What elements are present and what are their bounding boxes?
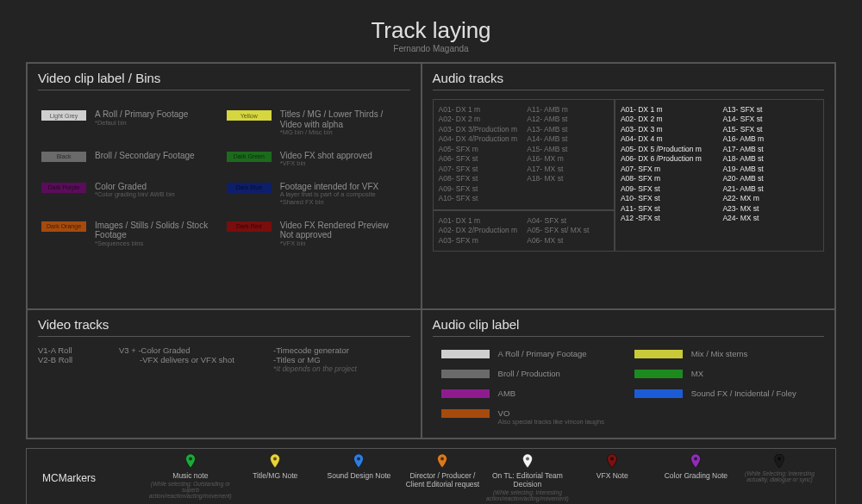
panel-title: Video clip label / Bins [38, 71, 410, 90]
audio-tracks-subpanel-c: A01- DX 1 mA02- DX 2 mA03- DX 3 mA04- DX… [615, 99, 824, 252]
audio-track-entry: A04- DX 4 m [621, 134, 716, 144]
marker-label: Director / Producer / Client Editorial r… [403, 471, 483, 488]
svg-point-0 [189, 457, 192, 461]
color-swatch: Yellow [227, 110, 272, 121]
color-swatch [441, 389, 490, 398]
marker-item: Music note(While selecting: Outstanding … [149, 454, 232, 502]
marker-label: Color Grading Note [665, 471, 728, 480]
map-pin-icon [690, 454, 701, 470]
audio-track-entry: A07- SFX m [621, 165, 716, 174]
video-clip-note: *VFX bin [280, 160, 372, 168]
video-clip-note: A layer that is part of a composite*Shar… [280, 191, 379, 206]
audio-track-entry: A19- AMB st [722, 165, 818, 174]
mcmarkers-title: MCMarkers [42, 472, 137, 484]
video-clip-text: Broll / Secondary Footage [95, 151, 195, 161]
audio-track-entry: A02- DX 2 m [439, 115, 521, 124]
marker-item: On TL: Editorial Team Decision(While sel… [486, 454, 569, 502]
color-swatch [441, 409, 490, 418]
panel-title: Video tracks [38, 317, 410, 337]
color-swatch: Dark Blue [227, 183, 272, 193]
audio-track-entry: A05- SFX m [439, 145, 521, 154]
audio-track-entry: A22- MX m [722, 194, 818, 203]
audio-track-entry: A16- MX m [527, 154, 609, 164]
audio-track-entry: A15- SFX st [722, 125, 818, 134]
color-swatch: Dark Red [227, 221, 272, 232]
video-clip-text: Images / Stills / Solids / Stock Footage… [95, 221, 222, 248]
color-swatch: Dark Purple [41, 183, 86, 193]
svg-point-6 [694, 457, 697, 461]
video-clip-label: Video FX Rendered PreviewNot approved [280, 221, 389, 240]
audio-track-entry: A15- AMB st [527, 145, 609, 154]
color-swatch [634, 350, 683, 358]
audio-track-entry: A17- AMB st [722, 145, 818, 154]
audio-clip-item: Sound FX / Incidental / Foley [634, 389, 815, 398]
color-swatch [634, 370, 683, 378]
video-clip-note: *Color grading bin/ AWB bin [95, 191, 175, 199]
audio-clip-item: VOAlso special tracks like vincon laughs [441, 408, 622, 426]
svg-point-7 [778, 457, 781, 461]
audio-tracks-subpanel-a: A01- DX 1 mA02- DX 2 mA03- DX 3/Producti… [433, 99, 615, 210]
marker-label: Music note [172, 471, 208, 480]
audio-track-entry: A11- AMB m [527, 105, 609, 115]
marker-label: Title/MG Note [253, 471, 297, 480]
audio-clip-grid: A Roll / Primary FootageMix / Mix stemsB… [433, 345, 824, 429]
panel-audio-tracks: Audio tracks A01- DX 1 mA02- DX 2 mA03- … [422, 63, 835, 309]
video-clip-label: A Roll / Primary Footage [95, 109, 188, 120]
audio-track-entry: A10- SFX st [439, 194, 521, 203]
audio-clip-label: VO [498, 408, 604, 418]
map-pin-icon [774, 454, 784, 470]
svg-point-3 [440, 457, 444, 461]
marker-item: Title/MG Note [235, 454, 315, 502]
color-swatch: Dark Orange [41, 221, 86, 232]
map-pin-icon [437, 454, 447, 470]
video-clip-text: Titles / MG / Lower Thirds / Video with … [280, 109, 407, 137]
audio-clip-item: MX [634, 369, 815, 378]
video-clip-note: *Sequences bins [95, 240, 222, 248]
video-clip-item: Dark BlueFootage intended for VFXA layer… [227, 182, 407, 207]
audio-clip-label: Mix / Mix stems [691, 349, 747, 358]
audio-track-entry: A24- MX st [722, 214, 818, 223]
svg-point-2 [357, 457, 360, 461]
page-title: Track laying [26, 17, 836, 44]
video-clip-label: Titles / MG / Lower Thirds / Video with … [280, 109, 407, 129]
audio-track-entry: A03- DX 3 m [621, 125, 716, 134]
audio-track-entry: A09- SFX st [439, 184, 521, 194]
audio-track-entry: A05- DX 5 /Production m [621, 145, 716, 154]
audio-track-entry: A07- SFX st [439, 165, 521, 174]
audio-track-entry: A21- AMB st [722, 184, 818, 194]
video-clip-text: Video FX shot approved*VFX bin [280, 151, 372, 168]
video-clip-label: Images / Stills / Solids / Stock Footage [95, 221, 222, 240]
audio-track-entry: A23- MX st [722, 204, 818, 214]
audio-tracks-subpanel-b: A01- DX 1 mA02- DX 2/Production mA03- SF… [433, 210, 615, 252]
video-clip-grid: Light GreyA Roll / Primary Footage*Defau… [38, 99, 410, 251]
video-clip-text: Color Graded*Color grading bin/ AWB bin [95, 182, 175, 199]
video-clip-item: BlackBroll / Secondary Footage [41, 151, 222, 168]
audio-clip-note: Also special tracks like vincon laughs [498, 418, 604, 426]
audio-track-entry: A18- MX st [527, 174, 609, 184]
audio-track-entry: A18- AMB st [722, 154, 818, 164]
marker-label: On TL: Editorial Team Decision [486, 471, 569, 488]
panel-video-clip-label: Video clip label / Bins Light GreyA Roll… [27, 63, 422, 309]
color-swatch: Light Grey [41, 110, 86, 121]
audio-track-entry: A08- SFX m [621, 174, 716, 184]
color-swatch [441, 370, 490, 378]
audio-track-entry: A14- AMB st [527, 134, 609, 144]
audio-clip-label: Broll / Production [498, 369, 560, 378]
audio-track-entry: A13- SFX st [722, 105, 818, 115]
audio-track-entry: A11- SFX st [621, 204, 716, 214]
audio-track-entry: A06- SFX st [439, 154, 521, 164]
audio-clip-item: Broll / Production [441, 369, 622, 378]
audio-track-entry: A10- SFX st [621, 194, 716, 203]
page-root: Track laying Fernando Maganda Video clip… [0, 0, 862, 504]
map-pin-icon [270, 454, 280, 470]
marker-note: (While selecting: Outstanding or superb … [149, 482, 232, 499]
audio-track-entry: A13- AMB st [527, 125, 609, 134]
audio-tracks-box: A01- DX 1 mA02- DX 2 mA03- DX 3/Producti… [433, 99, 824, 252]
video-clip-note: *MG bin / Misc bin [280, 129, 407, 137]
marker-item: (While Selecting: Interesting actuality,… [740, 454, 820, 502]
audio-track-entry: A02- DX 2/Production m [439, 226, 521, 235]
marker-item: VFX Note [572, 454, 653, 502]
panel-title: Audio clip label [433, 317, 824, 337]
color-swatch: Black [41, 152, 86, 162]
map-pin-icon [185, 454, 196, 470]
